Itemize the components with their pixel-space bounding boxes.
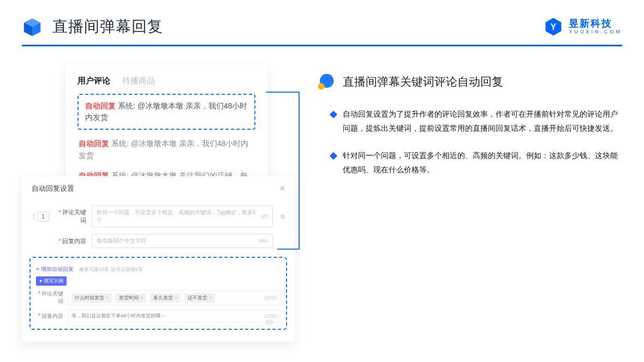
tag-pill[interactable]: 发货时间× (116, 293, 146, 303)
brand-name: 昱新科技 (569, 19, 622, 29)
main-area: 用户评论 待播商品 自动回复 系统: @冰墩墩本墩 亲亲，我们48小时内发货 自… (0, 46, 644, 177)
reply-counter: 0/50 (258, 238, 268, 244)
svg-point-6 (318, 83, 325, 90)
right-column: 直播间弹幕关键词评论自动回复 自动回复设置为了提升作者的评论回复效率，作者可在开… (317, 59, 622, 177)
auto-reply-tag: 自动回复 (79, 139, 109, 148)
example-reply-counter: 37/50 (264, 313, 277, 319)
tag-remove-icon[interactable]: × (209, 295, 212, 300)
example-reply-label: *回复内容 (36, 312, 63, 320)
svg-text:Y: Y (551, 22, 557, 32)
example-reply-input[interactable]: 亲，我们这边都是下单48小时内发货的哦～ 37/50 (68, 310, 281, 322)
right-heading: 直播间弹幕关键词评论自动回复 (317, 73, 622, 91)
header-left: 直播间弹幕回复 (22, 16, 163, 37)
example-keyword-counter: 20/50 (264, 295, 277, 300)
example-keyword-input[interactable]: 什么时候发货× 发货时间× 多久发货× 还不发货× 20/50 (68, 291, 281, 305)
example-keyword-label: *评论关键词 (36, 290, 63, 305)
bullet-1-text: 自动回复设置为了提升作者的评论回复效率，作者可在开播前针对常见的评论用户问题，提… (343, 107, 622, 136)
chat-bubble-icon (317, 73, 335, 91)
tag-remove-icon[interactable]: × (175, 295, 177, 300)
right-title: 直播间弹幕关键词评论自动回复 (343, 74, 503, 89)
example-box: + 增加自动回复 最多可建10条 还可以创建9条 ● 填写示例 *评论关键词 什… (29, 257, 287, 330)
auto-reply-tag: 自动回复 (85, 101, 116, 110)
diamond-icon (330, 152, 337, 160)
bullet-2-text: 针对同一个问题，可设置多个相近的、高频的关键词。例如：这款多少钱、这块能优惠吗、… (343, 149, 622, 177)
add-row: + 增加自动回复 最多可建10条 还可以创建9条 (36, 263, 281, 273)
tab-pending-products[interactable]: 待播商品 (122, 76, 155, 86)
close-icon[interactable]: × (280, 184, 285, 194)
keyword-counter: 0/5 (261, 214, 268, 219)
brand-logo: Y 昱新科技 YUUXIN.COM (544, 17, 622, 37)
bullet-1: 自动回复设置为了提升作者的评论回复效率，作者可在开播前针对常见的评论用户问题，提… (317, 107, 622, 136)
row-index (33, 212, 49, 221)
add-auto-reply-link[interactable]: + 增加自动回复 (36, 266, 74, 272)
trash-icon[interactable]: 🗑 (278, 213, 287, 220)
comment-tabs: 用户评论 待播商品 (77, 76, 255, 86)
reply-label: *回复内容 (55, 237, 86, 245)
drag-handle-icon[interactable] (33, 214, 35, 219)
reply-row: *回复内容 每条限50个中文字符 0/50 (29, 234, 287, 248)
tag-remove-icon[interactable]: × (106, 295, 109, 300)
brand-sub: YUUXIN.COM (569, 29, 622, 35)
highlighted-comment: 自动回复 系统: @冰墩墩本墩 亲亲，我们48小时内发货 (77, 94, 255, 130)
reply-input[interactable]: 每条限50个中文字符 0/50 (92, 234, 273, 248)
left-column: 用户评论 待播商品 自动回复 系统: @冰墩墩本墩 亲亲，我们48小时内发货 自… (22, 59, 295, 177)
example-tags-container: 什么时候发货× 发货时间× 多久发货× 还不发货× (71, 293, 217, 303)
tag-pill[interactable]: 还不发货× (184, 293, 215, 303)
cube-icon (22, 16, 43, 37)
tag-remove-icon[interactable]: × (140, 295, 143, 300)
keyword-label: *评论关键词 (55, 208, 86, 225)
keyword-input[interactable]: 对同一个问题，可设置多个相近、高频的关键词，Tag确定，最多5个 0/5 (92, 206, 273, 227)
add-hint: 最多可建10条 还可以创建9条 (79, 267, 143, 272)
diamond-icon (330, 111, 337, 118)
example-reply-row: *回复内容 亲，我们这边都是下单48小时内发货的哦～ 37/50 (36, 310, 281, 322)
page-title: 直播间弹幕回复 (52, 16, 163, 37)
tag-pill[interactable]: 什么时候发货× (71, 293, 112, 303)
keyword-placeholder: 对同一个问题，可设置多个相近、高频的关键词，Tag确定，最多5个 (97, 209, 261, 224)
comment-item-2: 自动回复 系统: @冰墩墩本墩 亲亲，我们48小时内发货 (77, 137, 255, 162)
settings-header: 自动回复设置 × (29, 184, 287, 199)
settings-title: 自动回复设置 (32, 184, 74, 194)
brand-text: 昱新科技 YUUXIN.COM (569, 19, 622, 35)
settings-card: 自动回复设置 × *评论关键词 对同一个问题，可设置多个相近、高频的关键词，Ta… (22, 176, 295, 342)
page-header: 直播间弹幕回复 Y 昱新科技 YUUXIN.COM (0, 0, 644, 37)
outer-counter: /50 (265, 319, 273, 325)
bullet-2: 针对同一个问题，可设置多个相近的、高频的关键词。例如：这款多少钱、这块能优惠吗、… (317, 149, 622, 177)
index-input[interactable] (37, 212, 49, 221)
tag-pill[interactable]: 多久发货× (150, 293, 181, 303)
example-reply-text: 亲，我们这边都是下单48小时内发货的哦～ (71, 312, 165, 319)
tab-user-comments[interactable]: 用户评论 (77, 76, 110, 86)
reply-placeholder: 每条限50个中文字符 (97, 237, 146, 245)
brand-hex-icon: Y (544, 17, 563, 37)
keyword-row: *评论关键词 对同一个问题，可设置多个相近、高频的关键词，Tag确定，最多5个 … (29, 206, 287, 227)
example-keyword-row: *评论关键词 什么时候发货× 发货时间× 多久发货× 还不发货× 20/50 (36, 290, 281, 305)
example-badge: ● 填写示例 (36, 276, 67, 286)
